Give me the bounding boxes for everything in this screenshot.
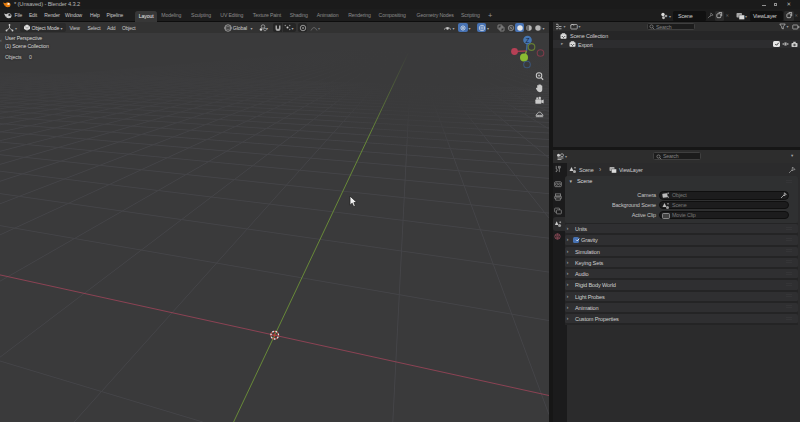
svg-text:Z: Z — [526, 37, 530, 44]
